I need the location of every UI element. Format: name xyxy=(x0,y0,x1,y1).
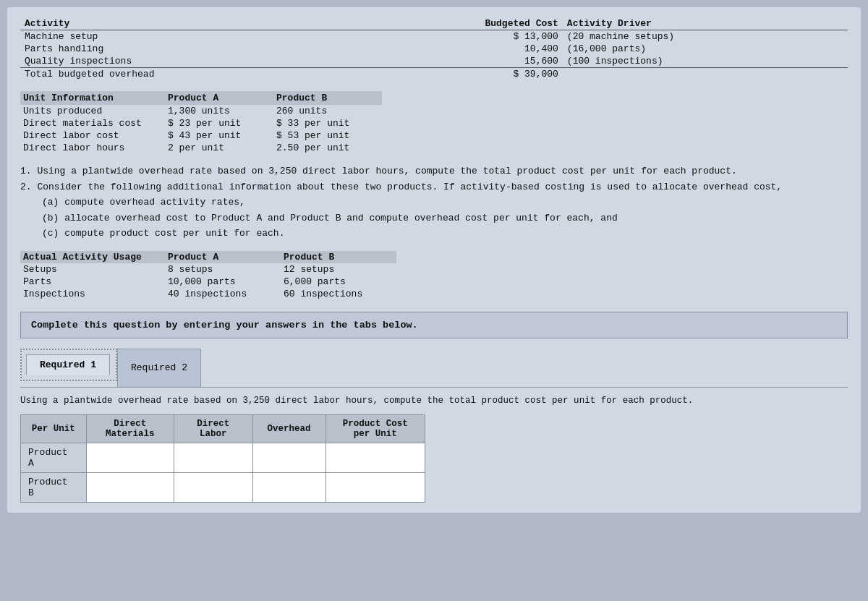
driver-col-header: Activity Driver xyxy=(563,17,848,30)
product-a-pc-field[interactable] xyxy=(333,453,391,464)
units-produced-a: 1,300 units xyxy=(165,105,273,117)
cost-col-header: Budgeted Cost xyxy=(361,17,563,30)
setups-b: 12 setups xyxy=(281,263,396,276)
parts-b: 6,000 parts xyxy=(281,276,396,288)
dm-cost-a: $ 23 per unit xyxy=(165,117,273,129)
tab1-content: Using a plantwide overhead rate based on… xyxy=(20,387,848,503)
product-b-dm-field[interactable] xyxy=(94,482,152,493)
tabs-row: Required 1 Required 2 xyxy=(20,349,848,387)
driver-machine-setup: (20 machine setups) xyxy=(563,30,848,43)
activity-quality: Quality inspections xyxy=(20,55,361,68)
dl-hours-a: 2 per unit xyxy=(165,142,273,154)
col-overhead: Overhead xyxy=(252,415,326,443)
driver-quality: (100 inspections) xyxy=(563,55,848,68)
product-a-oh-field[interactable] xyxy=(260,453,318,464)
unit-info-header: Unit Information xyxy=(20,91,165,105)
product-b-dl-field[interactable] xyxy=(182,482,239,493)
actual-product-a-header: Product A xyxy=(165,251,281,263)
product-a-dl-field[interactable] xyxy=(182,453,239,464)
tab1-description: Using a plantwide overhead rate based on… xyxy=(20,395,848,408)
setups-label: Setups xyxy=(20,263,165,276)
col-direct-materials: Direct Materials xyxy=(86,415,174,443)
parts-label: Parts xyxy=(20,276,165,288)
dm-cost-b: $ 33 per unit xyxy=(273,117,382,129)
table-row-product-a: Product A xyxy=(21,443,425,473)
product-b-overhead-input[interactable] xyxy=(252,473,326,503)
dl-cost-b: $ 53 per unit xyxy=(273,129,382,142)
dl-hours-label: Direct labor hours xyxy=(20,142,165,154)
cost-machine-setup: $ 13,000 xyxy=(361,30,563,43)
dl-cost-label: Direct labor cost xyxy=(20,129,165,142)
product-a-product-cost-input[interactable] xyxy=(326,443,425,473)
product-b-pc-field[interactable] xyxy=(333,482,391,493)
col-direct-labor: Direct Labor xyxy=(174,415,252,443)
instruction-2c: (c) compute product cost per unit for ea… xyxy=(42,226,848,241)
col-product-cost: Product Cost per Unit xyxy=(326,415,425,443)
inspections-a: 40 inspections xyxy=(165,288,281,300)
actual-product-b-header: Product B xyxy=(281,251,396,263)
inspections-b: 60 inspections xyxy=(281,288,396,300)
main-container: Activity Budgeted Cost Activity Driver M… xyxy=(7,7,861,513)
dm-cost-label: Direct materials cost xyxy=(20,117,165,129)
product-a-direct-materials-input[interactable] xyxy=(86,443,174,473)
answer-table: Per Unit Direct Materials Direct Labor O… xyxy=(20,414,425,503)
product-b-direct-labor-input[interactable] xyxy=(174,473,252,503)
parts-a: 10,000 parts xyxy=(165,276,281,288)
product-b-header: Product B xyxy=(273,91,382,105)
cost-parts-handling: 10,400 xyxy=(361,43,563,55)
product-a-overhead-input[interactable] xyxy=(252,443,326,473)
product-a-label: Product A xyxy=(21,443,87,473)
tab1-dotted-border: Required 1 xyxy=(20,349,117,381)
product-a-direct-labor-input[interactable] xyxy=(174,443,252,473)
setups-a: 8 setups xyxy=(165,263,281,276)
cost-total: $ 39,000 xyxy=(361,68,563,81)
unit-info-section: Unit Information Product A Product B Uni… xyxy=(20,91,848,154)
col-per-unit: Per Unit xyxy=(21,415,87,443)
activity-parts-handling: Parts handling xyxy=(20,43,361,55)
activity-col-header: Activity xyxy=(20,17,361,30)
complete-question-box: Complete this question by entering your … xyxy=(20,312,848,338)
product-b-product-cost-input[interactable] xyxy=(326,473,425,503)
dl-hours-b: 2.50 per unit xyxy=(273,142,382,154)
driver-parts-handling: (16,000 parts) xyxy=(563,43,848,55)
instruction-2a: (a) compute overhead activity rates, xyxy=(42,195,848,210)
instructions-section: 1. Using a plantwide overhead rate based… xyxy=(20,164,848,241)
product-a-header: Product A xyxy=(165,91,273,105)
activity-machine-setup: Machine setup xyxy=(20,30,361,43)
tab-required1[interactable]: Required 1 xyxy=(26,354,110,375)
activity-section: Activity Budgeted Cost Activity Driver M… xyxy=(20,17,848,80)
complete-question-text: Complete this question by entering your … xyxy=(31,320,418,331)
tabs-section: Required 1 Required 2 Using a plantwide … xyxy=(20,349,848,503)
actual-usage-header: Actual Activity Usage xyxy=(20,251,165,263)
dl-cost-a: $ 43 per unit xyxy=(165,129,273,142)
units-produced-label: Units produced xyxy=(20,105,165,117)
instruction-2: 2. Consider the following additional inf… xyxy=(20,180,848,195)
tab-required2[interactable]: Required 2 xyxy=(117,349,201,387)
table-row-product-b: Product B xyxy=(21,473,425,503)
product-b-label: Product B xyxy=(21,473,87,503)
activity-total: Total budgeted overhead xyxy=(20,68,361,81)
inspections-label: Inspections xyxy=(20,288,165,300)
actual-usage-section: Actual Activity Usage Product A Product … xyxy=(20,251,848,300)
instruction-2b: (b) allocate overhead cost to Product A … xyxy=(42,211,848,226)
driver-total xyxy=(563,68,848,81)
instruction-1: 1. Using a plantwide overhead rate based… xyxy=(20,164,848,179)
cost-quality: 15,600 xyxy=(361,55,563,68)
product-b-direct-materials-input[interactable] xyxy=(86,473,174,503)
units-produced-b: 260 units xyxy=(273,105,382,117)
product-a-dm-field[interactable] xyxy=(94,453,152,464)
product-b-oh-field[interactable] xyxy=(260,482,318,493)
